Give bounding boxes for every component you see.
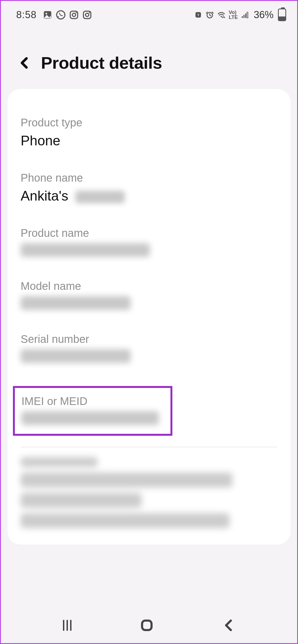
row-model-name[interactable]: Model name bbox=[21, 280, 277, 333]
row-phone-name[interactable]: Phone name Ankita's bbox=[21, 172, 277, 227]
nav-bar bbox=[1, 607, 297, 643]
row-product-name[interactable]: Product name bbox=[21, 227, 277, 280]
svg-rect-14 bbox=[245, 13, 246, 18]
svg-rect-12 bbox=[242, 16, 243, 18]
value-phone-name-text: Ankita's bbox=[21, 188, 68, 204]
status-right: Vo)LTE 36% bbox=[194, 9, 286, 21]
redacted-product-name bbox=[21, 243, 150, 257]
focus-icon bbox=[194, 11, 202, 19]
redacted-serial bbox=[21, 349, 131, 363]
row-product-type[interactable]: Product type Phone bbox=[21, 116, 277, 172]
nav-back-icon[interactable] bbox=[222, 619, 235, 632]
nav-home-icon[interactable] bbox=[140, 619, 153, 632]
status-left: 8:58 bbox=[16, 9, 92, 21]
label-product-type: Product type bbox=[21, 116, 277, 129]
label-serial: Serial number bbox=[21, 333, 277, 345]
row-serial[interactable]: Serial number bbox=[21, 333, 277, 386]
svg-point-8 bbox=[89, 12, 90, 13]
divider bbox=[21, 447, 277, 447]
volte-icon: Vo)LTE bbox=[229, 10, 238, 20]
signal-icon bbox=[241, 11, 249, 19]
status-time: 8:58 bbox=[16, 9, 37, 21]
instagram-icon bbox=[82, 10, 92, 20]
svg-rect-15 bbox=[247, 12, 248, 18]
battery-percent: 36% bbox=[254, 9, 274, 21]
svg-point-1 bbox=[46, 13, 47, 15]
value-phone-name: Ankita's bbox=[21, 188, 277, 204]
value-product-type: Phone bbox=[21, 133, 277, 149]
label-product-name: Product name bbox=[21, 227, 277, 239]
whatsapp-icon bbox=[56, 10, 66, 20]
redacted-imei bbox=[21, 411, 159, 425]
wifi-icon bbox=[217, 11, 225, 19]
label-model-name: Model name bbox=[21, 280, 277, 292]
svg-point-7 bbox=[85, 13, 89, 16]
battery-icon bbox=[278, 9, 286, 21]
label-phone-name: Phone name bbox=[21, 172, 277, 184]
alarm-icon bbox=[206, 11, 214, 19]
specs-redacted bbox=[21, 457, 277, 528]
header: Product details bbox=[1, 26, 297, 89]
details-card: Product type Phone Phone name Ankita's P… bbox=[7, 89, 291, 545]
svg-point-11 bbox=[221, 16, 222, 17]
svg-rect-13 bbox=[244, 15, 245, 18]
redacted-model-name bbox=[21, 296, 131, 310]
label-imei: IMEI or MEID bbox=[21, 395, 164, 407]
nav-recents-icon[interactable] bbox=[63, 620, 71, 631]
page-title: Product details bbox=[41, 53, 162, 73]
gallery-icon bbox=[43, 10, 53, 20]
svg-point-5 bbox=[76, 12, 77, 13]
redacted-phone-name bbox=[75, 191, 125, 203]
instagram-icon bbox=[69, 10, 79, 20]
imei-highlight[interactable]: IMEI or MEID bbox=[13, 386, 172, 436]
svg-rect-16 bbox=[142, 621, 152, 630]
status-bar: 8:58 Vo)LTE 36% bbox=[1, 1, 297, 26]
back-icon[interactable] bbox=[18, 57, 31, 69]
svg-point-4 bbox=[72, 13, 76, 16]
